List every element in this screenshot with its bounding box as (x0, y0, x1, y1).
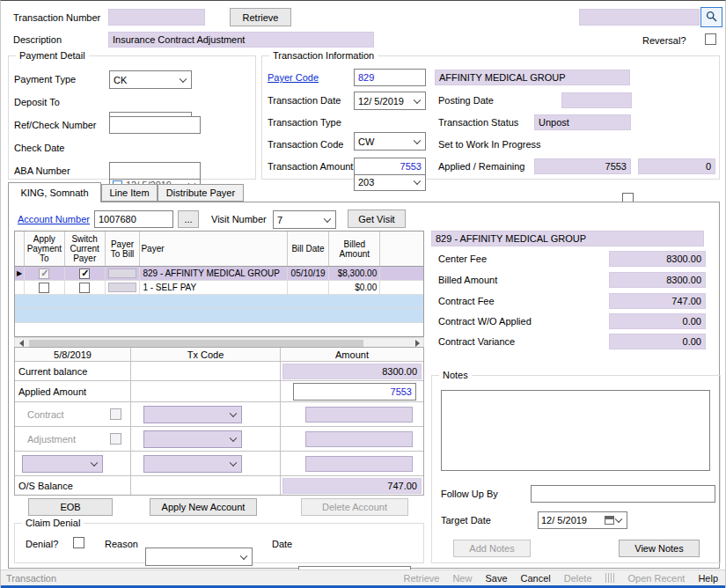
payer-cell: 1 - SELF PAY (140, 281, 287, 294)
ref-check-number-input[interactable] (109, 116, 201, 134)
notes-textarea[interactable] (441, 390, 710, 471)
view-notes-button[interactable]: View Notes (619, 540, 700, 557)
apply-new-account-button[interactable]: Apply New Account (150, 498, 257, 516)
grip-icon (605, 573, 615, 583)
payer-cell: 829 - AFFINITY MEDICAL GROUP (140, 267, 287, 280)
aba-number-input[interactable] (109, 162, 201, 180)
status-bar: Transaction Retrieve New Save Cancel Del… (1, 570, 725, 585)
posting-date-label: Posting Date (438, 95, 494, 106)
contract-txcode-combo[interactable] (143, 406, 242, 423)
status-left-label: Transaction (6, 573, 56, 584)
grid-col-marker (15, 232, 25, 266)
table-row[interactable]: ▶ 829 - AFFINITY MEDICAL GROUP 05/10/19 … (15, 267, 423, 281)
chevron-down-icon (615, 516, 622, 523)
billed-amount-label: Billed Amount (438, 275, 497, 285)
deposit-to-label: Deposit To (14, 97, 60, 107)
transaction-code-label: Transaction Code (268, 139, 343, 150)
transaction-info-group: Transaction Information Payer Code 829 A… (261, 55, 720, 180)
tab-line-item[interactable]: Line Item (101, 184, 158, 202)
quick-search-input[interactable] (579, 9, 700, 26)
search-button[interactable] (700, 7, 722, 27)
visit-number-label: Visit Number (211, 214, 267, 224)
tab-king-somnath[interactable]: KING, Somnath (8, 182, 101, 202)
center-fee-field: 8300.00 (609, 251, 706, 267)
contract-amount-field (305, 407, 413, 423)
bill-date-cell: 05/10/19 (288, 267, 330, 280)
tab-distribute-payer[interactable]: Distribute Payer (158, 184, 244, 202)
claim-denial-title: Claim Denial (22, 518, 84, 528)
check-date-label: Check Date (14, 143, 64, 153)
grid-col-bill-date: Bill Date (288, 232, 330, 266)
chevron-down-icon (230, 409, 237, 416)
payment-detail-title: Payment Detail (16, 50, 89, 61)
table-row[interactable]: 1 - SELF PAY $0.00 (15, 281, 423, 295)
follow-up-by-input[interactable] (531, 485, 715, 503)
get-visit-button[interactable]: Get Visit (348, 209, 406, 228)
denial-reason-combo[interactable] (145, 548, 253, 566)
contract-fee-field: 747.00 (609, 293, 706, 309)
amount-column-header: Amount (281, 348, 423, 361)
empty-grid-row (15, 309, 423, 323)
adjustment-amount-field (305, 431, 413, 447)
status-help[interactable]: Help (698, 573, 718, 584)
payer-code-link[interactable]: Payer Code (268, 72, 319, 83)
contract-variance-label: Contract Variance (438, 336, 515, 347)
transaction-number-input[interactable] (108, 9, 205, 26)
transaction-code-combo[interactable]: 203 (354, 173, 426, 191)
ref-check-number-label: Ref/Check Number (14, 120, 97, 130)
empty-grid-row (15, 295, 423, 309)
transaction-date-label: Transaction Date (268, 95, 341, 106)
payment-type-combo[interactable]: CK (109, 70, 192, 89)
transaction-status-field: Unpost (534, 114, 631, 130)
switch-payer-checkbox[interactable] (65, 267, 106, 280)
denial-date-label: Date (272, 539, 292, 549)
applied-field: 7553 (534, 158, 631, 174)
extra-amount-field (305, 456, 413, 472)
posting-date-field (561, 92, 632, 108)
billed-amount-cell: $0.00 (329, 281, 380, 294)
target-date-picker[interactable]: 12/ 5/2019 (538, 511, 627, 529)
account-number-input[interactable]: 1007680 (94, 210, 173, 228)
reversal-checkbox[interactable] (705, 33, 716, 45)
transaction-amount-input[interactable]: 7553 (354, 158, 426, 175)
adjustment-txcode-combo[interactable] (143, 430, 242, 448)
contract-fee-label: Contract Fee (438, 296, 495, 306)
claim-denial-group: Claim Denial Denial? Reason Date 12/ 5/2… (14, 523, 424, 563)
extra-txcode-combo[interactable] (143, 455, 242, 473)
remaining-field: 0 (638, 158, 715, 174)
description-field: Insurance Contract Adjustment (108, 32, 374, 48)
status-save[interactable]: Save (485, 573, 507, 584)
apply-payment-checkbox[interactable] (25, 281, 65, 294)
account-number-link[interactable]: Account Number (18, 214, 90, 224)
add-notes-button: Add Notes (453, 540, 531, 557)
grid-col-billed-amount: Billed Amount (329, 232, 380, 266)
reversal-label: Reversal? (642, 35, 686, 46)
visit-number-combo[interactable]: 7 (273, 210, 336, 229)
eob-button[interactable]: EOB (28, 498, 113, 516)
payment-detail-group: Payment Detail Payment Type CK Deposit T… (8, 55, 256, 180)
retrieve-button[interactable]: Retrieve (230, 8, 291, 26)
adjustment-checkbox (110, 433, 121, 445)
account-lookup-button[interactable]: ... (178, 210, 199, 228)
extra-type-combo[interactable] (22, 455, 103, 473)
status-cancel[interactable]: Cancel (521, 573, 551, 584)
payer-name-field: AFFINITY MEDICAL GROUP (435, 70, 630, 85)
payer-to-bill-cell (106, 281, 141, 294)
payer-code-input[interactable]: 829 (354, 69, 426, 86)
status-open-recent: Open Recent (628, 573, 686, 584)
transaction-type-combo[interactable]: CW (354, 132, 426, 151)
switch-payer-checkbox[interactable] (65, 281, 106, 294)
contract-checkbox (110, 408, 121, 420)
denial-checkbox[interactable] (73, 537, 84, 548)
chevron-down-icon (414, 136, 421, 143)
applied-amount-input[interactable]: 7553 (293, 383, 416, 401)
current-balance-label: Current balance (15, 362, 131, 380)
follow-up-by-label: Follow Up By (441, 489, 498, 499)
chevron-down-icon (324, 215, 331, 222)
adjustment-row-label-cell: Adjustment (15, 427, 131, 451)
amount-table: 5/8/2019 Tx Code Amount Current balance … (14, 347, 424, 496)
contract-wo-applied-label: Contract W/O Applied (438, 316, 532, 327)
bill-date-cell (288, 281, 330, 294)
transaction-date-combo[interactable]: 12/ 5/2019 (354, 92, 426, 110)
center-fee-label: Center Fee (438, 254, 487, 264)
